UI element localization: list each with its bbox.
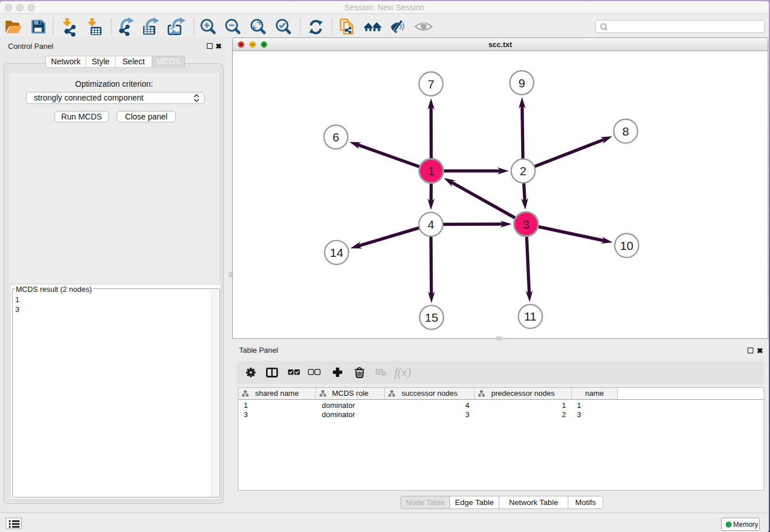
svg-text:2: 2 (520, 164, 527, 178)
svg-text:14: 14 (330, 246, 344, 259)
svg-text:11: 11 (524, 310, 537, 323)
svg-text:7: 7 (428, 78, 434, 91)
svg-text:9: 9 (518, 76, 525, 90)
svg-text:1: 1 (428, 164, 435, 178)
svg-text:15: 15 (425, 311, 438, 324)
svg-text:8: 8 (622, 125, 629, 138)
svg-text:3: 3 (523, 218, 530, 231)
svg-text:6: 6 (333, 130, 340, 144)
svg-text:f(x): f(x) (394, 365, 411, 379)
svg-text:10: 10 (620, 239, 633, 252)
svg-text:4: 4 (428, 218, 434, 231)
